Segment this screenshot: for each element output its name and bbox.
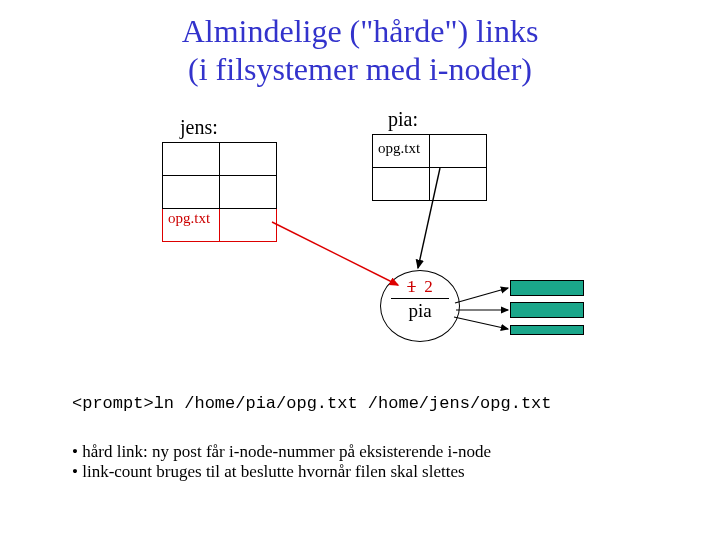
data-block-3 (510, 325, 584, 335)
data-block-1 (510, 280, 584, 296)
inode-circle: 1 2 pia (380, 270, 460, 342)
grid-jens (162, 142, 277, 242)
svg-line-4 (454, 317, 508, 329)
count-old: 1 (407, 277, 416, 296)
bullet-1: hård link: ny post får i-node-nummer på … (72, 442, 491, 462)
cell-pia-opg: opg.txt (378, 140, 420, 157)
command-text: ln /home/pia/opg.txt /home/jens/opg.txt (154, 394, 552, 413)
slide-title: Almindelige ("hårde") links (i filsystem… (0, 0, 720, 89)
bullet-list: hård link: ny post får i-node-nummer på … (72, 442, 491, 482)
inode-link-count: 1 2 (381, 277, 459, 297)
data-block-2 (510, 302, 584, 318)
svg-line-1 (272, 222, 398, 285)
title-line1: Almindelige ("hårde") links (182, 13, 539, 49)
label-pia: pia: (388, 108, 418, 131)
label-jens: jens: (180, 116, 218, 139)
svg-line-2 (455, 288, 508, 303)
count-new: 2 (424, 277, 433, 296)
title-line2: (i filsystemer med i-noder) (188, 51, 532, 87)
cell-jens-opg: opg.txt (168, 210, 210, 227)
bullet-2: link-count bruges til at beslutte hvornå… (72, 462, 491, 482)
inode-name: pia (381, 300, 459, 322)
command-line: <prompt>ln /home/pia/opg.txt /home/jens/… (72, 394, 552, 413)
prompt-tag: <prompt> (72, 394, 154, 413)
